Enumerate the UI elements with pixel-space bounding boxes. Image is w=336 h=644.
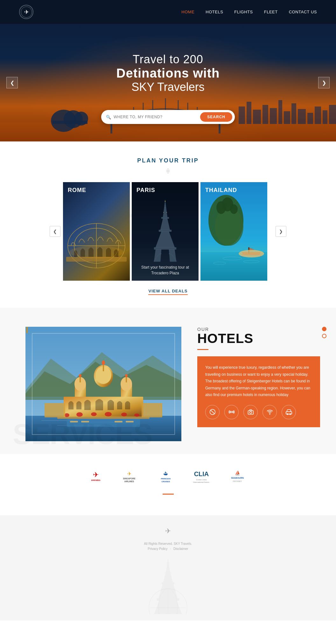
partner-clia: CLIA Cruise Lines International Assoc. [193, 470, 210, 484]
svg-rect-31 [315, 106, 321, 124]
destinations-track: ROME [63, 182, 273, 281]
partners-section: ✈ emirates ✈ SINGAPORE AIRLINES ⛴ PRINCE… [0, 454, 336, 515]
svg-text:⛵: ⛵ [234, 470, 240, 476]
partner-seabourn: ⛵ SEABOURN ODYSSEY [226, 470, 248, 484]
destinations-carousel: ❮ [25, 182, 311, 281]
hero-line2: Detinations with [116, 66, 220, 80]
destination-thailand[interactable]: THAILAND [200, 182, 267, 281]
search-icon: 🔍 [106, 115, 111, 120]
chevron-left-icon: ❮ [10, 80, 14, 86]
svg-rect-45 [159, 230, 172, 232]
svg-rect-2 [0, 122, 336, 141]
svg-rect-29 [298, 109, 306, 124]
navigation: HOME HOTELS FLIGHTS FLEET CONTACT US [181, 10, 317, 14]
privacy-policy-link[interactable]: Privacy Policy [148, 547, 167, 551]
svg-marker-44 [160, 219, 170, 230]
hotel-content: OUR HOTELS You will experience true luxu… [181, 327, 336, 427]
svg-text:CRUISES: CRUISES [161, 481, 170, 483]
hero-search-bar: 🔍 SEARCH [101, 110, 235, 124]
svg-text:Cruise Lines: Cruise Lines [196, 479, 206, 481]
carousel-prev-button[interactable]: ❮ [50, 226, 60, 237]
svg-rect-27 [284, 111, 290, 124]
search-input[interactable] [114, 115, 200, 119]
svg-rect-33 [329, 105, 336, 124]
section-divider [25, 168, 311, 174]
svg-marker-46 [156, 232, 175, 247]
footer-copyright: All Rights Reserved. SKY Travels. [25, 542, 311, 545]
svg-rect-32 [323, 110, 327, 124]
svg-rect-112 [286, 412, 291, 414]
header: ✈ HOME HOTELS FLIGHTS FLEET CONTACT US [0, 0, 336, 24]
search-button[interactable]: SEARCH [200, 112, 232, 122]
svg-point-34 [167, 170, 169, 172]
hero-line3: SKY Travelers [116, 80, 220, 94]
svg-rect-23 [253, 110, 261, 124]
svg-line-105 [210, 410, 214, 414]
svg-point-110 [249, 412, 252, 414]
view-all-deals-link[interactable]: VIEW ALL DEALS [148, 289, 187, 295]
logo-icon: ✈ [19, 5, 33, 19]
nav-home[interactable]: HOME [181, 10, 194, 14]
hotels-section: OUR HOTELS You will experience true luxu… [0, 308, 336, 454]
logo[interactable]: ✈ [19, 5, 33, 19]
svg-text:✈: ✈ [127, 471, 131, 476]
footer: ✈ All Rights Reserved. SKY Travels. Priv… [0, 515, 336, 620]
hotel-image [25, 327, 181, 441]
svg-rect-108 [233, 411, 234, 413]
svg-rect-25 [270, 108, 277, 124]
svg-rect-43 [161, 217, 169, 219]
destination-paris[interactable]: PARIS Start your fascinating tour at Tro… [132, 182, 199, 281]
partners-divider [163, 494, 174, 495]
svg-rect-47 [154, 247, 176, 250]
svg-rect-106 [230, 412, 233, 413]
hero-text: Travel to 200 Detinations with SKY Trave… [116, 53, 220, 94]
partner-singapore-airlines: ✈ SINGAPORE AIRLINES [120, 470, 139, 484]
disclaimer-link[interactable]: Disclaimer [173, 547, 188, 551]
svg-point-111 [270, 414, 270, 414]
svg-point-51 [163, 212, 164, 213]
svg-text:✈: ✈ [24, 9, 29, 15]
svg-text:✈: ✈ [93, 471, 99, 479]
svg-point-50 [165, 201, 166, 202]
svg-text:⛴: ⛴ [163, 471, 168, 476]
hero-prev-button[interactable]: ❮ [6, 77, 18, 88]
gym-icon [224, 405, 239, 419]
svg-point-40 [69, 246, 123, 258]
svg-text:CLIA: CLIA [194, 470, 209, 477]
svg-point-52 [166, 212, 167, 213]
svg-rect-30 [307, 113, 313, 124]
partner-princess-cruises: ⛴ PRINCESS CRUISES [155, 470, 177, 484]
footer-logo: ✈ [25, 525, 311, 539]
nav-flights[interactable]: FLIGHTS [234, 10, 253, 14]
svg-rect-22 [247, 102, 251, 124]
svg-text:AIRLINES: AIRLINES [124, 480, 134, 483]
svg-marker-131 [163, 570, 173, 582]
svg-text:SINGAPORE: SINGAPORE [123, 477, 136, 480]
carousel-next-button[interactable]: ❯ [276, 226, 286, 237]
nav-hotels[interactable]: HOTELS [206, 10, 223, 14]
plan-title: PLAN YOUR TRIP [25, 157, 311, 164]
paris-description: Start your fascinating tour at Trocadero… [136, 264, 194, 276]
hotels-title: HOTELS [197, 332, 320, 345]
svg-marker-130 [166, 558, 170, 570]
hero-section: Travel to 200 Detinations with SKY Trave… [0, 24, 336, 141]
svg-rect-21 [239, 106, 245, 124]
hero-next-button[interactable]: ❯ [318, 77, 330, 88]
rome-label: ROME [68, 187, 86, 194]
no-smoking-icon [205, 405, 220, 419]
destination-rome[interactable]: ROME [63, 182, 130, 281]
plan-section: HOT DEALS PLAN YOUR TRIP ❮ [0, 141, 336, 308]
nav-fleet[interactable]: FLEET [264, 10, 278, 14]
thailand-label: THAILAND [205, 187, 237, 194]
svg-text:International Assoc.: International Assoc. [193, 481, 210, 483]
chevron-right-icon: ❯ [322, 80, 326, 86]
nav-contact[interactable]: CONTACT US [289, 10, 317, 14]
svg-rect-24 [262, 105, 268, 124]
footer-links: Privacy Policy · Disclaimer [25, 547, 311, 551]
hotel-amenity-icons [205, 405, 312, 419]
svg-text:emirates: emirates [91, 479, 100, 481]
svg-rect-107 [229, 411, 230, 413]
svg-rect-6 [52, 121, 88, 124]
svg-point-68 [239, 250, 264, 257]
hotels-divider [197, 349, 208, 350]
